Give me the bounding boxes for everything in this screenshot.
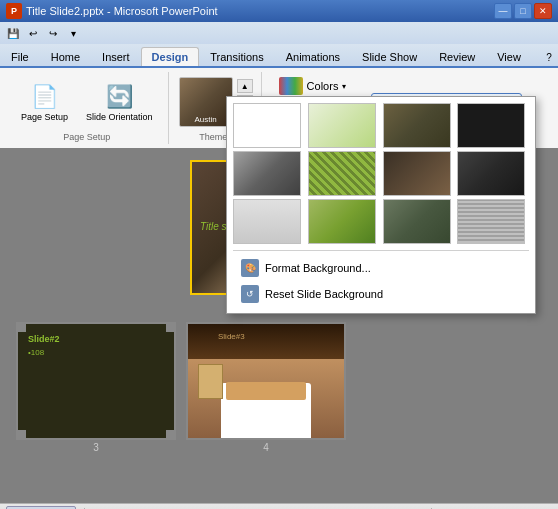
background-styles-dropdown: 🎨 Format Background... ↺ Reset Slide Bac… <box>226 96 536 314</box>
bg-swatch-11[interactable] <box>383 199 451 244</box>
bg-swatch-12[interactable] <box>457 199 525 244</box>
title-bar-controls: — □ ✕ <box>494 3 552 19</box>
bg-swatch-6[interactable] <box>308 151 376 196</box>
slide-2-number: 3 <box>93 442 99 453</box>
save-button[interactable]: 💾 <box>4 24 22 42</box>
page-setup-group-label: Page Setup <box>63 130 110 142</box>
hotel-lamp <box>198 364 223 399</box>
slide-3-number: 4 <box>263 442 269 453</box>
maximize-button[interactable]: □ <box>514 3 532 19</box>
window-title: Title Slide2.pptx - Microsoft PowerPoint <box>26 5 218 17</box>
title-bar-left: P Title Slide2.pptx - Microsoft PowerPoi… <box>6 3 218 19</box>
theme-preview[interactable]: Austin <box>179 77 233 127</box>
tab-review[interactable]: Review <box>428 47 486 66</box>
bg-swatch-3[interactable] <box>383 103 451 148</box>
bg-swatch-9[interactable] <box>233 199 301 244</box>
bg-swatch-1[interactable] <box>233 103 301 148</box>
slide-2-wrapper: Slide#2 •108 3 <box>16 322 176 453</box>
title-bar: P Title Slide2.pptx - Microsoft PowerPoi… <box>0 0 558 22</box>
corner-tl <box>18 324 26 332</box>
hotel-ceiling <box>188 324 344 359</box>
redo-button[interactable]: ↪ <box>44 24 62 42</box>
bg-swatch-5[interactable] <box>233 151 301 196</box>
slide-2-heading: Slide#2 <box>28 334 164 344</box>
ribbon-help-button[interactable]: ? <box>540 48 558 66</box>
page-setup-buttons: 📄 Page Setup 🔄 Slide Orientation <box>14 74 160 130</box>
format-background-item[interactable]: 🎨 Format Background... <box>233 255 529 281</box>
undo-button[interactable]: ↩ <box>24 24 42 42</box>
slide-3-heading: Slide#3 <box>218 332 245 341</box>
corner-tr <box>166 324 174 332</box>
page-setup-label: Page Setup <box>21 113 68 123</box>
tab-file[interactable]: File <box>0 47 40 66</box>
tab-animations[interactable]: Animations <box>275 47 351 66</box>
reset-slide-background-label: Reset Slide Background <box>265 288 383 300</box>
slide-orientation-icon: 🔄 <box>103 81 135 113</box>
quick-access-toolbar: 💾 ↩ ↪ ▾ <box>0 22 558 44</box>
slide-3-thumbnail[interactable]: Slide#3 <box>186 322 346 440</box>
themes-scroll-up[interactable]: ▲ <box>237 79 253 93</box>
bg-swatch-2[interactable] <box>308 103 376 148</box>
slide-orientation-button[interactable]: 🔄 Slide Orientation <box>79 77 160 127</box>
corner-br <box>166 430 174 438</box>
slide-2-bullets: •108 <box>28 348 164 357</box>
tab-slideshow[interactable]: Slide Show <box>351 47 428 66</box>
status-bar: Slide Sorter "Austin" ✓ English (Canada)… <box>0 503 558 509</box>
page-setup-button[interactable]: 📄 Page Setup <box>14 77 75 127</box>
reset-slide-background-item[interactable]: ↺ Reset Slide Background <box>233 281 529 307</box>
tab-transitions[interactable]: Transitions <box>199 47 274 66</box>
page-setup-icon: 📄 <box>29 81 61 113</box>
close-button[interactable]: ✕ <box>534 3 552 19</box>
background-swatches-grid <box>233 103 529 244</box>
slide-3-hotel-scene: Slide#3 <box>188 324 344 438</box>
format-background-label: Format Background... <box>265 262 371 274</box>
format-bg-icon: 🎨 <box>241 259 259 277</box>
slide-2-thumbnail[interactable]: Slide#2 •108 <box>16 322 176 440</box>
tab-insert[interactable]: Insert <box>91 47 141 66</box>
minimize-button[interactable]: — <box>494 3 512 19</box>
colors-chevron: ▾ <box>342 82 346 91</box>
slides-bottom-row: Slide#2 •108 3 <box>0 314 558 461</box>
tab-home[interactable]: Home <box>40 47 91 66</box>
colors-icon <box>279 77 303 95</box>
theme-name: Austin <box>194 115 216 124</box>
bg-swatch-4[interactable] <box>457 103 525 148</box>
slide-orientation-label: Slide Orientation <box>86 113 153 123</box>
colors-label: Colors <box>307 80 339 92</box>
reset-bg-icon: ↺ <box>241 285 259 303</box>
app-icon: P <box>6 3 22 19</box>
tab-design[interactable]: Design <box>141 47 200 66</box>
ribbon-tabs: File Home Insert Design Transitions Anim… <box>0 44 558 68</box>
slide-2-content: Slide#2 •108 <box>18 324 174 367</box>
bg-swatch-8[interactable] <box>457 151 525 196</box>
corner-bl <box>18 430 26 438</box>
ribbon-group-page-setup: 📄 Page Setup 🔄 Slide Orientation Page Se… <box>6 72 169 144</box>
colors-button[interactable]: Colors ▾ <box>272 74 354 98</box>
slide-3-wrapper: Slide#3 4 <box>186 322 346 453</box>
hotel-pillow <box>226 382 306 400</box>
bg-swatch-10[interactable] <box>308 199 376 244</box>
dropdown-separator <box>233 250 529 251</box>
qat-expand-button[interactable]: ▾ <box>64 24 82 42</box>
tab-view[interactable]: View <box>486 47 532 66</box>
bg-swatch-7[interactable] <box>383 151 451 196</box>
